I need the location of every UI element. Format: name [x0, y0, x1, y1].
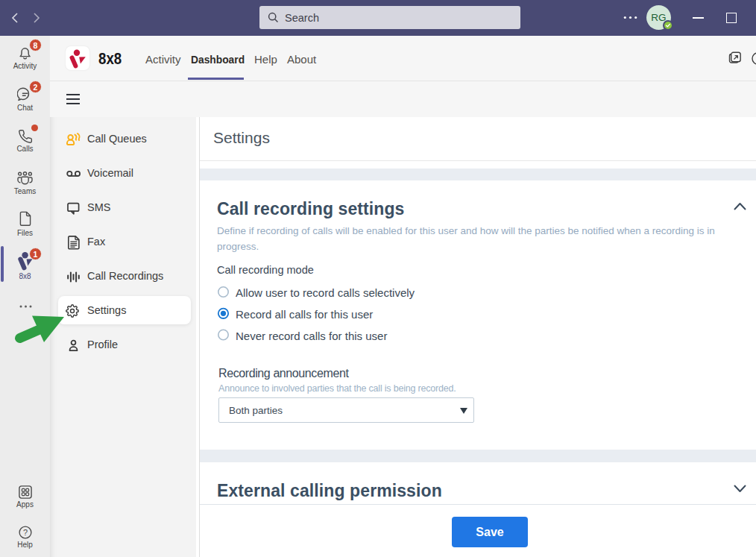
svg-text:?: ? [22, 528, 27, 537]
